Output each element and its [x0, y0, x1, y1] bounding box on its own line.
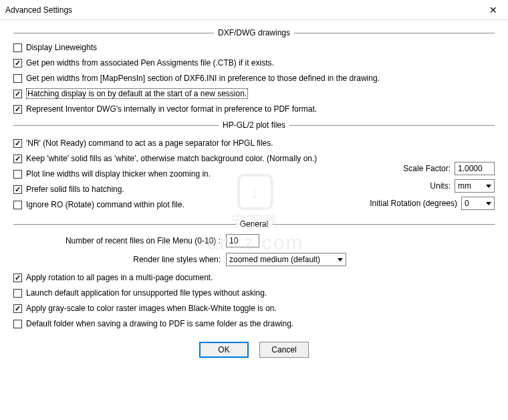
window-title: Advanced Settings	[5, 5, 72, 15]
row-plot-thicker: Plot line widths will display thicker wh…	[13, 168, 361, 180]
label-apply-rotation: Apply rotation to all pages in a multi-p…	[26, 273, 213, 282]
checkbox-launch-default[interactable]	[13, 289, 22, 298]
label-render-line-styles: Render line styles when:	[13, 255, 221, 264]
cancel-button[interactable]: Cancel	[259, 342, 309, 358]
divider	[272, 224, 495, 225]
divider	[289, 125, 495, 126]
section-header-general: General	[13, 219, 495, 229]
row-nr-separator: 'NR' (Not Ready) command to act as a pag…	[13, 137, 361, 149]
row-display-lineweights: Display Lineweights	[13, 41, 495, 54]
checkbox-nr-separator[interactable]	[13, 139, 22, 148]
select-initial-rotation[interactable]: 0	[461, 197, 495, 210]
checkbox-plot-thicker[interactable]	[13, 170, 22, 179]
row-recent-files: Number of recent files on File Menu (0-1…	[13, 234, 495, 247]
checkbox-apply-grayscale[interactable]	[13, 304, 22, 313]
ok-button[interactable]: OK	[199, 342, 249, 358]
select-units[interactable]: mm	[455, 179, 495, 193]
row-apply-grayscale: Apply gray-scale to color raster images …	[13, 302, 495, 314]
checkbox-ignore-ro[interactable]	[13, 201, 22, 209]
divider	[13, 125, 219, 126]
checkbox-keep-white[interactable]	[13, 154, 22, 163]
label-prefer-solid: Prefer solid fills to hatching.	[26, 185, 124, 194]
section-header-dxf: DXF/DWG drawings	[13, 28, 495, 37]
label-launch-default: Launch default application for unsupport…	[26, 288, 267, 298]
select-units-value: mm	[458, 181, 471, 191]
cancel-button-label: Cancel	[271, 345, 296, 354]
label-ignore-ro: Ignore RO (Rotate) command within plot f…	[26, 200, 184, 209]
label-apply-grayscale: Apply gray-scale to color raster images …	[26, 304, 277, 313]
general-inputs: Number of recent files on File Menu (0-1…	[13, 234, 495, 266]
row-pen-widths-ini: Get pen widths from [MapPensIn] section …	[13, 72, 495, 84]
label-scale-factor: Scale Factor:	[403, 164, 451, 173]
label-plot-thicker: Plot line widths will display thicker wh…	[26, 169, 211, 179]
label-display-lineweights: Display Lineweights	[26, 43, 97, 52]
select-render-line-styles[interactable]: zoomed medium (default)	[226, 253, 346, 266]
section-title-hpgl: HP-GL/2 plot files	[219, 120, 289, 130]
row-default-folder: Default folder when saving a drawing to …	[13, 318, 495, 330]
input-scale-factor[interactable]	[455, 162, 495, 175]
checkbox-pen-widths-ctb[interactable]	[13, 59, 22, 68]
row-render-line-styles: Render line styles when: zoomed medium (…	[13, 253, 495, 266]
ok-button-label: OK	[218, 345, 229, 354]
titlebar: Advanced Settings ✕	[0, 0, 508, 20]
row-launch-default: Launch default application for unsupport…	[13, 287, 495, 299]
hpgl-fields: Scale Factor: Units: mm Initial Rotation…	[361, 134, 495, 214]
row-ignore-ro: Ignore RO (Rotate) command within plot f…	[13, 199, 361, 211]
label-keep-white: Keep 'white' solid fills as 'white', oth…	[26, 154, 317, 163]
label-initial-rotation: Initial Rotation (degrees)	[370, 199, 457, 208]
close-icon: ✕	[489, 5, 497, 15]
checkbox-default-folder[interactable]	[13, 320, 22, 328]
section-header-hpgl: HP-GL/2 plot files	[13, 120, 495, 130]
dialog-buttons: OK Cancel	[13, 342, 495, 358]
label-pen-widths-ini: Get pen widths from [MapPensIn] section …	[26, 74, 380, 83]
label-default-folder: Default folder when saving a drawing to …	[26, 319, 293, 328]
checkbox-apply-rotation[interactable]	[13, 274, 22, 282]
checkbox-pen-widths-ini[interactable]	[13, 74, 22, 83]
field-units: Units: mm	[361, 179, 495, 193]
checkbox-represent-inventor[interactable]	[13, 105, 22, 114]
select-initial-rotation-value: 0	[465, 199, 469, 208]
row-apply-rotation: Apply rotation to all pages in a multi-p…	[13, 272, 495, 284]
dialog-content: DXF/DWG drawings Display Lineweights Get…	[0, 20, 508, 364]
label-pen-widths-ctb: Get pen widths from associated Pen Assig…	[26, 58, 274, 68]
section-title-dxf: DXF/DWG drawings	[214, 28, 294, 37]
close-button[interactable]: ✕	[479, 0, 508, 20]
checkbox-display-lineweights[interactable]	[13, 43, 22, 52]
checkbox-prefer-solid[interactable]	[13, 185, 22, 194]
hpgl-area: 'NR' (Not Ready) command to act as a pag…	[13, 134, 495, 214]
input-recent-files[interactable]	[226, 234, 259, 247]
row-keep-white: Keep 'white' solid fills as 'white', oth…	[13, 152, 361, 165]
divider	[13, 33, 214, 33]
divider	[13, 224, 236, 225]
hpgl-checkboxes: 'NR' (Not Ready) command to act as a pag…	[13, 134, 361, 214]
divider	[294, 33, 495, 33]
row-hatching-default: Hatching display is on by default at the…	[13, 88, 495, 100]
select-render-line-styles-value: zoomed medium (default)	[229, 255, 320, 264]
label-hatching-default: Hatching display is on by default at the…	[26, 88, 248, 99]
row-represent-inventor: Represent Inventor DWG's internally in v…	[13, 103, 495, 115]
field-scale-factor: Scale Factor:	[361, 162, 495, 175]
label-represent-inventor: Represent Inventor DWG's internally in v…	[26, 104, 317, 114]
section-title-general: General	[236, 219, 273, 229]
row-prefer-solid: Prefer solid fills to hatching.	[13, 183, 361, 195]
field-initial-rotation: Initial Rotation (degrees) 0	[361, 197, 495, 210]
label-recent-files: Number of recent files on File Menu (0-1…	[13, 236, 221, 245]
checkbox-hatching-default[interactable]	[13, 90, 22, 98]
row-pen-widths-ctb: Get pen widths from associated Pen Assig…	[13, 57, 495, 69]
label-units: Units:	[430, 181, 451, 191]
label-nr-separator: 'NR' (Not Ready) command to act as a pag…	[26, 138, 273, 148]
